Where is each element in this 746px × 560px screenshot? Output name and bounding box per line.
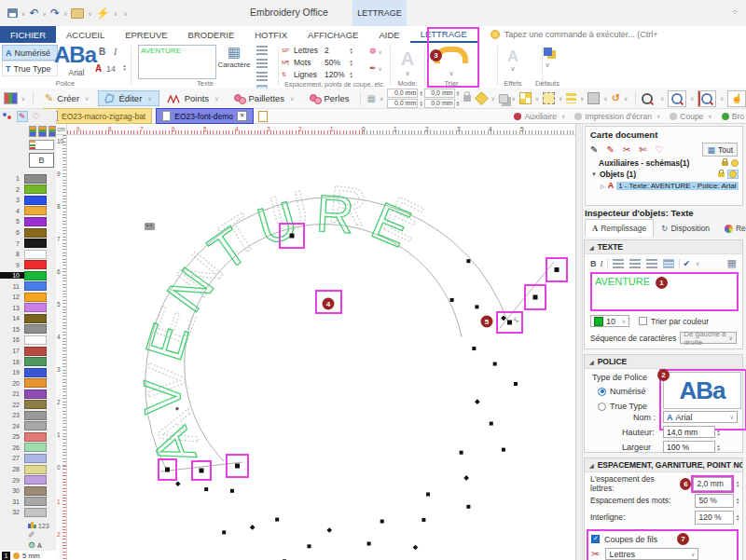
sort-by-color-checkbox[interactable]: Trier par couleur [639,317,709,326]
palette-color-27[interactable]: 27 [0,453,56,464]
stitch-node[interactable] [230,489,234,493]
lock-icon[interactable] [463,95,471,102]
palette-b-button[interactable]: B [29,153,54,168]
palette-color-32[interactable]: 32 [0,507,56,518]
stitch-node[interactable] [175,481,181,486]
redo-icon[interactable]: ↷ [50,7,60,19]
selection-frame-icon[interactable] [543,92,555,104]
visibility-bulb-chip[interactable] [727,170,739,179]
text-content-input[interactable]: AVENTURE1 [590,272,739,311]
color-swatch[interactable] [24,421,47,430]
font-size-stepper[interactable]: ▴▾ [123,63,126,71]
color-swatch[interactable] [24,250,47,259]
lock-icon[interactable] [722,161,728,166]
color-swatch[interactable] [24,400,47,409]
color-swatch[interactable] [24,324,47,334]
color-swatch[interactable] [24,314,47,323]
eyedropper-icon[interactable]: ✐ [28,530,56,540]
palette-color-16[interactable]: 16 [0,335,56,346]
Espacement des mots:[interactable]: 50 % [695,494,734,508]
color-swatch[interactable] [24,411,47,420]
thread-chart-icon[interactable]: 123 [28,522,56,529]
zoom-icon[interactable] [642,93,653,104]
stitch-node[interactable] [308,544,311,548]
stepper[interactable]: ▴▾ [350,59,352,66]
character-map-button[interactable]: ▦ Caractère [216,44,252,77]
palette-color-9[interactable]: 9 [0,259,56,270]
align-center-icon[interactable] [256,59,268,68]
favorites-heart-icon[interactable]: ♡ [656,144,664,155]
stitch-node[interactable] [501,316,506,321]
macro-icon[interactable]: ⚡ [96,7,110,19]
menu-tab-affichage[interactable]: AFFICHAGE [297,26,368,43]
truetype-font-button[interactable]: T True Type [2,61,58,76]
color-swatch[interactable] [24,378,47,388]
font-section-header[interactable]: ◢POLICE [585,355,742,369]
panel-splitter[interactable] [576,124,583,560]
menu-tab-aide[interactable]: AIDE [368,26,409,43]
palette-settings-icon[interactable]: ⚙A [28,540,56,550]
character-grid-icon[interactable]: ▦ [727,257,737,269]
align-right-icon[interactable] [646,259,657,268]
zoom-selection-icon[interactable] [698,90,716,107]
color-swatch[interactable] [24,228,47,238]
new-document-icon[interactable] [258,111,268,122]
color-swatch[interactable] [24,497,47,506]
offset-y2-stepper[interactable]: ▴▾ [457,101,459,107]
zoom-window-icon[interactable] [668,90,686,107]
stepper[interactable]: ▴▾ [736,497,739,504]
offset-x1-stepper[interactable]: ▴▾ [420,90,421,97]
lock-icon[interactable] [718,172,725,177]
color-swatch[interactable] [24,347,47,356]
stitch-node[interactable] [222,530,226,534]
color-swatch[interactable] [24,184,47,194]
legend-impression-d'écran[interactable]: Impression d'écran∨ [574,112,662,121]
offset-x2-field[interactable]: 0,0 mm [424,89,455,98]
palette-color-8[interactable]: 8 [0,249,56,260]
palette-users-icon[interactable] [3,113,12,121]
inspector-tab-1[interactable]: ↻Disposition [654,219,717,237]
stitch-node[interactable] [460,451,463,455]
inspector-tab-0[interactable]: ARemplissage [585,219,654,237]
stepper[interactable]: ▴▾ [736,513,739,521]
palette-color-6[interactable]: 6 [0,227,56,239]
palette-color-11[interactable]: 11 [0,280,56,292]
color-swatch[interactable] [24,281,47,291]
undo-icon[interactable]: ↶ [29,7,38,19]
palette-color-29[interactable]: 29 [0,474,56,485]
offset-y2-field[interactable]: 0,0 mm [424,99,455,108]
effects-icon[interactable]: A [499,48,527,65]
color-swatch[interactable] [24,389,47,399]
close-tab-icon[interactable]: ✕ [237,111,247,121]
bold-button[interactable]: B [99,47,105,57]
spacing-section-header[interactable]: ◢ESPACEMENT, GARNITURE, POINT NOUé [585,458,742,472]
palette-color-31[interactable]: 31 [0,496,56,507]
red-pencil-icon[interactable]: ✎ [606,144,614,155]
color-swatch[interactable] [24,368,47,377]
palette-color-15[interactable]: 15 [0,324,56,335]
thread-color-dropdown[interactable]: 10∨ [590,315,629,327]
stitch-node[interactable] [502,448,505,452]
palette-color-2[interactable]: 2 [0,184,56,196]
palette-color-17[interactable]: 17 [0,346,56,357]
color-swatch[interactable] [24,443,47,452]
palette-tool-icon[interactable] [4,92,18,104]
pan-hand-icon[interactable]: ☝ [727,90,746,107]
italic-button[interactable]: I [114,47,117,57]
menu-tab-epreuve[interactable]: EPREUVE [115,26,177,43]
layers-tool-icon[interactable] [499,94,508,103]
palette-color-25[interactable]: 25 [0,431,56,443]
stepper[interactable]: ▴▾ [350,71,352,78]
palette-color-21[interactable]: 21 [0,389,56,400]
ribbon-collapse-icon[interactable]: ⁘ [731,7,739,17]
pencil-icon[interactable]: ✎ [590,144,598,155]
stitch-node[interactable] [426,492,430,496]
palette-color-3[interactable]: 3 [0,195,56,206]
truetype-radio[interactable]: True Type [598,402,647,411]
thread-trims-checkbox[interactable]: Coupes de fils 7 [591,533,734,545]
defaults-icon[interactable] [544,48,552,56]
stitch-node[interactable] [466,259,470,263]
stitch-node[interactable] [490,422,493,426]
open-folder-icon[interactable] [71,8,84,19]
digitized-font-button[interactable]: A Numérisé [2,45,58,61]
